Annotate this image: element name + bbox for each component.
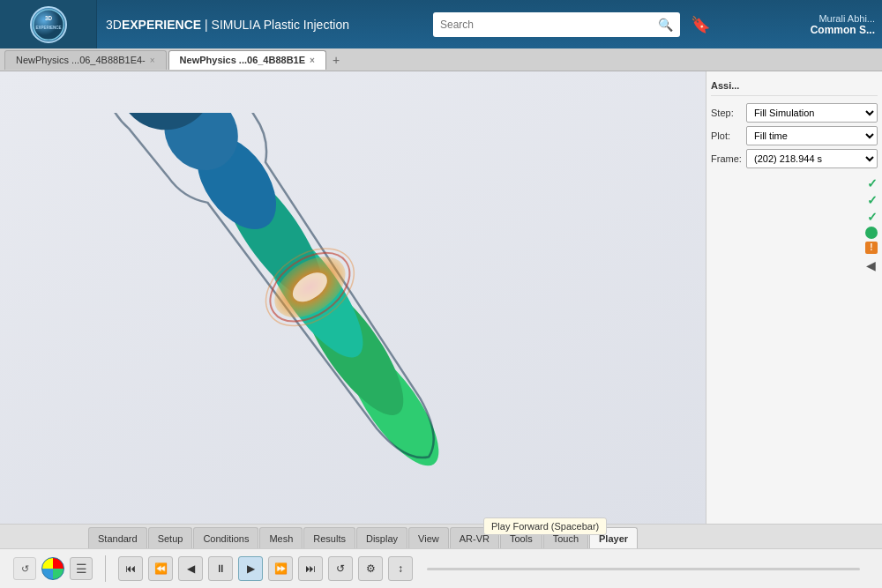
tab-2-close[interactable]: × [310,56,315,65]
status-icons: ✓ ✓ ✓ ! [711,176,878,257]
frame-row: Frame: (202) 218.944 s [711,149,878,168]
user-area: Murali Abhi... Common S... [794,13,882,36]
pause-button[interactable]: ⏸ [208,556,233,581]
search-area: 🔍 🔖 [349,12,794,37]
search-icon[interactable]: 🔍 [658,18,673,32]
tab-view[interactable]: View [408,527,449,548]
step-row: Step: Fill Simulation [711,103,878,123]
check-icon-1: ✓ [867,176,878,190]
search-input[interactable] [440,19,658,31]
tab-display[interactable]: Display [356,527,407,548]
grid-button[interactable]: ☰ [70,557,93,580]
separator-1 [105,555,106,582]
logo-area: 3D EXPERIENCE [0,0,97,48]
top-bar: 3D EXPERIENCE 3DEXPERIENCE | SIMULIA Pla… [0,0,882,48]
bottom-tabs: Standard Setup Conditions Mesh Results D… [0,524,882,548]
tabs-bar: NewPhysics ...06_4B88B1E4- × NewPhysics … [0,48,882,71]
main-area: Assi... Step: Fill Simulation Plot: Fill… [0,71,882,524]
plot-select[interactable]: Fill time [746,126,878,145]
assign-area: Assi... [711,76,878,96]
viewport[interactable] [0,71,706,524]
tab-standard[interactable]: Standard [88,527,147,548]
green-circle-icon [865,227,878,239]
tab-1-close[interactable]: × [150,56,155,65]
loop-button[interactable]: ↺ [328,556,353,581]
skip-to-end-button[interactable]: ⏭ [298,556,323,581]
warning-icon: ! [865,242,878,254]
logo-3d: 3D EXPERIENCE [30,6,67,43]
right-panel: Assi... Step: Fill Simulation Plot: Fill… [706,71,882,524]
svg-text:EXPERIENCE: EXPERIENCE [35,25,61,29]
color-mode-button[interactable] [41,557,64,580]
rewind-to-start-button[interactable]: ⏮ [118,556,143,581]
bookmark-icon[interactable]: 🔖 [691,15,710,34]
app-title: 3DEXPERIENCE | SIMULIA Plastic Injection [106,18,349,32]
step-back-button[interactable]: ◀ [178,556,203,581]
common-label: Common S... [794,24,875,36]
collapse-button[interactable]: ◀ [711,257,878,274]
rewind-button[interactable]: ⏪ [148,556,173,581]
play-forward-wrapper: ▶ Play Forward (Spacebar) [238,556,263,581]
status-row-3: ✓ [711,210,878,224]
status-row-1: ✓ [711,176,878,190]
check-icon-2: ✓ [867,193,878,207]
playback-progress-bar[interactable] [427,568,860,570]
tab-mesh[interactable]: Mesh [259,527,303,548]
plot-label: Plot: [711,130,746,141]
flip-button[interactable]: ↕ [388,556,413,581]
frame-select[interactable]: (202) 218.944 s [746,149,878,168]
toothbrush-3d [9,113,626,483]
tab-add-button[interactable]: + [328,53,344,67]
step-label: Step: [711,108,746,118]
tab-setup[interactable]: Setup [148,527,193,548]
status-row-2: ✓ [711,193,878,207]
playback-bar: ↺ ☰ ⏮ ⏪ ◀ ⏸ ▶ Play Forward (Spacebar) ⏩ … [0,548,882,588]
tab-conditions[interactable]: Conditions [193,527,258,548]
status-row-4 [711,227,878,239]
status-row-5: ! [711,242,878,254]
check-icon-3: ✓ [867,210,878,224]
undo-button[interactable]: ↺ [13,557,36,580]
tab-1[interactable]: NewPhysics ...06_4B88B1E4- × [4,50,167,70]
plot-row: Plot: Fill time [711,126,878,145]
undo-redo-area: ↺ ☰ [13,557,93,580]
play-forward-tooltip: Play Forward (Spacebar) [483,517,607,535]
frame-label: Frame: [711,153,746,164]
tab-results[interactable]: Results [303,527,355,548]
tab-2[interactable]: NewPhysics ...06_4B88B1E × [168,50,326,70]
step-select[interactable]: Fill Simulation [746,103,878,123]
user-name: Murali Abhi... [794,13,875,24]
svg-text:3D: 3D [44,15,52,21]
fast-forward-button[interactable]: ⏩ [268,556,293,581]
search-box: 🔍 [433,12,680,37]
play-forward-button[interactable]: ▶ [238,556,263,581]
settings-button[interactable]: ⚙ [358,556,383,581]
